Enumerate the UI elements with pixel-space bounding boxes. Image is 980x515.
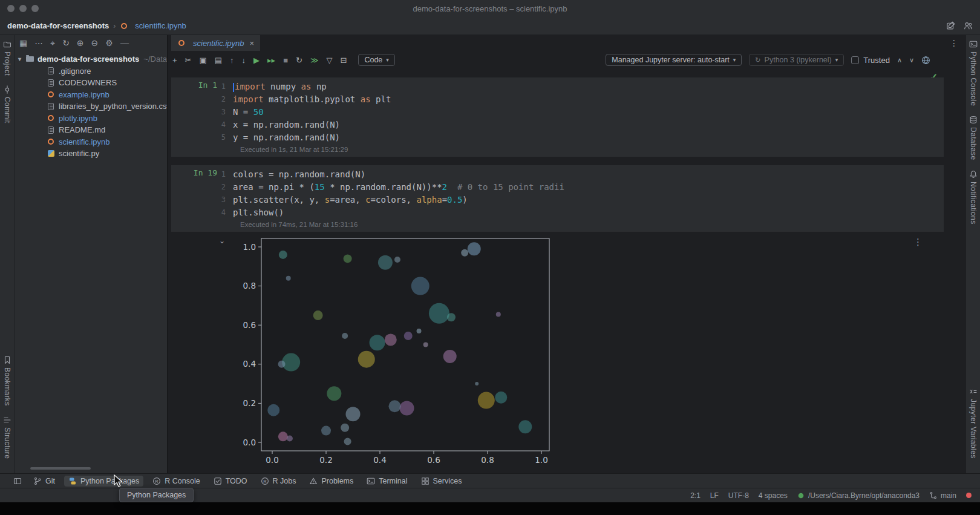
panel-grid-icon[interactable]: ▦ [19, 39, 27, 47]
tool-window-button-r-console[interactable]: RR Console [148, 476, 204, 487]
stripe-button-python-console[interactable]: Python Console [969, 40, 978, 106]
cell-code[interactable]: 1import numpy as np2import matplotlib.py… [217, 77, 944, 157]
caret-position[interactable]: 2:1 [690, 491, 701, 500]
delete-cell-icon[interactable]: ⊟ [341, 56, 347, 64]
tool-window-button-python-packages[interactable]: Python Packages [64, 476, 143, 487]
more-options-icon[interactable]: ⋯ [34, 39, 43, 47]
tool-window-button-todo[interactable]: TODO [209, 476, 252, 487]
move-cell-down-icon[interactable]: ↓ [242, 56, 246, 64]
editor-tab-scientific-ipynb[interactable]: scientific.ipynb × [171, 35, 260, 51]
close-window-button[interactable] [7, 5, 15, 12]
minimize-window-button[interactable] [19, 5, 27, 12]
jupyter-server-value: Managed Jupyter server: auto-start [612, 56, 730, 64]
tree-item--gitignore[interactable]: .gitignore [15, 65, 167, 77]
code-line[interactable]: 3N = 50 [217, 106, 944, 119]
code-line[interactable]: 2import matplotlib.pyplot as plt [217, 93, 944, 106]
tree-item-example-ipynb[interactable]: example.ipynb [15, 89, 167, 101]
cell-type-value: Code [364, 56, 382, 64]
notification-dot-icon[interactable] [966, 493, 972, 498]
stripe-button-commit[interactable]: Commit [3, 85, 11, 123]
scroll-up-icon[interactable]: ∧ [897, 56, 902, 64]
code-line[interactable]: 3plt.scatter(x, y, s=area, c=colors, alp… [217, 194, 944, 206]
kernel-dropdown[interactable]: ↻ Python 3 (ipykernel) ▾ [749, 54, 844, 66]
jupyter-server-dropdown[interactable]: Managed Jupyter server: auto-start ▾ [606, 54, 742, 66]
code-line[interactable]: 1colors = np.random.rand(N) [217, 168, 944, 181]
horizontal-scrollbar[interactable] [30, 467, 91, 470]
tool-window-bar: GitPython PackagesRR ConsoleTODORR JobsP… [0, 473, 980, 488]
close-tab-icon[interactable]: × [250, 39, 255, 48]
code-line[interactable]: 1import numpy as np [217, 80, 944, 93]
tree-item-label: scientific.ipynb [59, 137, 110, 146]
cell-code[interactable]: 1colors = np.random.rand(N)2area = np.pi… [217, 165, 944, 232]
tree-root[interactable]: ▾demo-data-for-screenshots~/Data [15, 53, 167, 65]
tab-options-kebab-icon[interactable]: ⋮ [950, 38, 958, 48]
restart-kernel-icon[interactable]: ↻ [296, 56, 302, 64]
cell-type-dropdown[interactable]: Code ▾ [358, 54, 394, 66]
stripe-button-jupyter-variables[interactable]: Jupyter Variables [969, 387, 978, 459]
tree-item-readme-md[interactable]: README.md [15, 124, 167, 136]
zoom-window-button[interactable] [31, 5, 39, 12]
tree-item-scientific-py[interactable]: scientific.py [15, 148, 167, 160]
line-number: 4 [217, 119, 233, 131]
tree-item-scientific-ipynb[interactable]: scientific.ipynb [15, 136, 167, 148]
edit-icon[interactable] [946, 21, 955, 30]
tree-expanded-icon[interactable]: ▾ [18, 56, 25, 62]
code-line[interactable]: 4x = np.random.rand(N) [217, 119, 944, 131]
settings-icon[interactable]: ⚙ [105, 39, 113, 47]
tree-item-libraries-by-python-version-csv[interactable]: libraries_by_python_version.csv [15, 100, 167, 113]
run-all-cells-icon[interactable]: ▸▸ [267, 56, 275, 64]
code-line[interactable]: 4plt.show() [217, 206, 944, 219]
stripe-button-structure[interactable]: Structure [3, 416, 11, 459]
refresh-icon[interactable]: ↻ [62, 39, 70, 47]
tree-root-name: demo-data-for-screenshots [38, 54, 139, 64]
notebook-editor[interactable]: ✓ In 1 1import numpy as np2import matplo… [168, 69, 965, 473]
tool-window-button-r-jobs[interactable]: RR Jobs [256, 476, 301, 487]
locate-file-icon[interactable]: ⌖ [50, 39, 55, 47]
notebook-cell[interactable]: In 19 1colors = np.random.rand(N)2area =… [171, 165, 944, 232]
indent-setting[interactable]: 4 spaces [759, 491, 788, 500]
clear-outputs-icon[interactable]: ▽ [327, 56, 333, 64]
hide-panel-icon[interactable]: — [120, 39, 129, 47]
collapse-output-icon[interactable]: ⌄ [219, 237, 229, 470]
add-cell-icon[interactable]: + [172, 56, 177, 64]
code-line[interactable]: 2area = np.pi * (15 * np.random.rand(N))… [217, 181, 944, 194]
collapse-all-icon[interactable]: ⊖ [91, 39, 99, 47]
code-line[interactable]: 5y = np.random.rand(N) [217, 131, 944, 144]
tool-window-button-problems[interactable]: Problems [305, 476, 358, 487]
notebook-cell[interactable]: In 1 1import numpy as np2import matplotl… [171, 77, 944, 157]
cut-cell-icon[interactable]: ✂ [185, 56, 192, 64]
file-icon [48, 67, 54, 74]
file-encoding[interactable]: UTF-8 [728, 491, 749, 500]
line-ending[interactable]: LF [710, 491, 719, 500]
output-options-kebab-icon[interactable]: ⋮ [913, 237, 923, 248]
trusted-checkbox[interactable] [851, 56, 859, 64]
git-branch-widget[interactable]: main [929, 491, 956, 500]
users-icon[interactable] [964, 21, 973, 30]
breadcrumb-file[interactable]: scientific.ipynb [135, 21, 186, 30]
tree-item-codeowners[interactable]: CODEOWNERS [15, 77, 167, 89]
scroll-down-icon[interactable]: ∨ [909, 56, 914, 64]
copy-cell-icon[interactable]: ▣ [200, 56, 207, 64]
project-toolbar: ▦⋯⌖↻⊕⊖⚙— [15, 35, 167, 51]
tool-window-button-terminal[interactable]: Terminal [362, 476, 411, 487]
stripe-button-bookmarks[interactable]: Bookmarks [3, 356, 11, 406]
tool-window-button-services[interactable]: Services [417, 476, 466, 487]
python-interpreter[interactable]: /Users/Ciara.Byrne/opt/anaconda3 [797, 491, 920, 500]
run-cell-icon[interactable]: ▶ [253, 56, 260, 64]
tree-item-plotly-ipynb[interactable]: plotly.ipynb [15, 113, 167, 125]
paste-cell-icon[interactable]: ▤ [215, 56, 222, 64]
trusted-checkbox-group[interactable]: Trusted [851, 56, 890, 65]
breadcrumb-project[interactable]: demo-data-for-screenshots [7, 21, 109, 30]
run-all-below-icon[interactable]: ≫ [310, 56, 319, 64]
stripe-button-notifications[interactable]: Notifications [969, 170, 978, 225]
tool-window-button-git[interactable]: Git [29, 476, 59, 487]
stop-kernel-icon[interactable]: ■ [283, 56, 288, 64]
stripe-button-project[interactable]: Project [3, 40, 11, 76]
move-cell-up-icon[interactable]: ↑ [230, 56, 234, 64]
jupyter-notebook-icon [48, 115, 54, 121]
tool-window-layout-icon[interactable] [13, 477, 22, 485]
chevron-down-icon: ▾ [835, 57, 838, 63]
open-in-browser-globe-icon[interactable] [921, 56, 930, 65]
stripe-button-database[interactable]: Database [969, 116, 978, 160]
expand-all-icon[interactable]: ⊕ [77, 39, 84, 47]
